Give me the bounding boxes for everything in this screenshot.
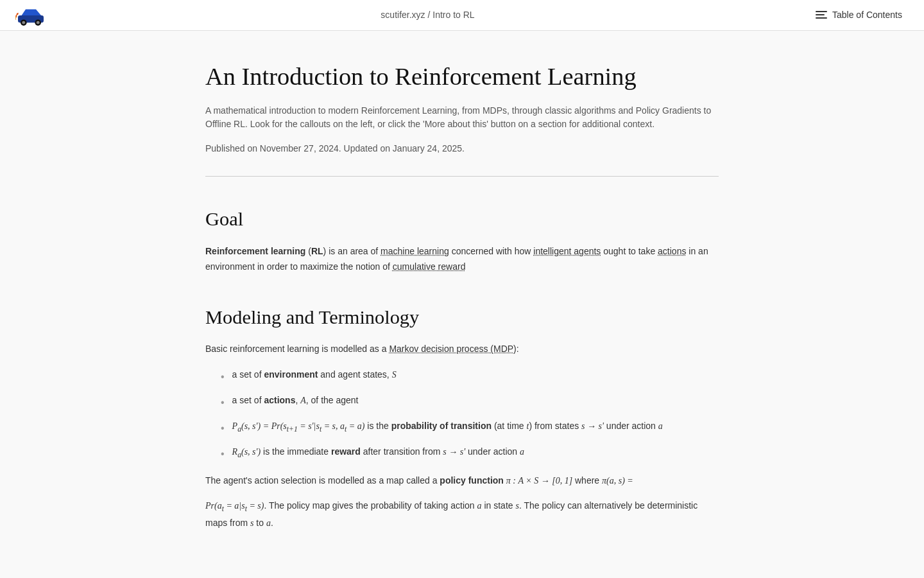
article-title: An Introduction to Reinforcement Learnin… xyxy=(205,62,719,91)
policy-paragraph-2: Pr(at = a|st = s). The policy map gives … xyxy=(205,498,719,530)
machine-learning-link[interactable]: machine learning xyxy=(381,246,449,256)
math-policy: π : A × S → [0, 1] xyxy=(506,476,572,486)
breadcrumb: scutifer.xyz / Intro to RL xyxy=(381,8,474,22)
rl-bold: Reinforcement learning xyxy=(205,246,305,256)
list-item-reward: Ra(s, s') is the immediate reward after … xyxy=(221,444,719,462)
list-item-states: a set of environment and agent states, S xyxy=(221,367,719,385)
logo[interactable] xyxy=(15,4,46,27)
toc-icon xyxy=(816,11,827,19)
article-main: An Introduction to Reinforcement Learnin… xyxy=(180,31,744,578)
article-subtitle: A mathematical introduction to modern Re… xyxy=(205,104,719,131)
math-policy-prob: Pr(at = a|st = s) xyxy=(205,501,264,511)
section-heading-goal: Goal xyxy=(205,207,719,231)
math-S: S xyxy=(392,370,397,380)
breadcrumb-site[interactable]: scutifer.xyz xyxy=(381,10,425,20)
list-item-transition: Pa(s, s') = Pr(st+1 = s'|st = s, at = a)… xyxy=(221,419,719,437)
math-A: A xyxy=(300,396,306,405)
toc-button[interactable]: Table of Contents xyxy=(809,4,909,26)
modeling-intro: Basic reinforcement learning is modelled… xyxy=(205,342,719,357)
mdp-link[interactable]: Markov decision process (MDP) xyxy=(389,344,516,354)
toc-label: Table of Contents xyxy=(832,8,902,22)
cumulative-reward-link[interactable]: cumulative reward xyxy=(393,261,466,272)
section-divider xyxy=(205,176,719,177)
rl-abbr: RL xyxy=(311,246,323,256)
svg-point-4 xyxy=(37,21,40,24)
intelligent-agents-link[interactable]: intelligent agents xyxy=(533,246,601,256)
goal-paragraph: Reinforcement learning (RL) is an area o… xyxy=(205,244,719,275)
math-Pa: Pa(s, s') = Pr(st+1 = s'|st = s, at = a) xyxy=(232,421,365,431)
breadcrumb-page: Intro to RL xyxy=(432,10,474,20)
math-policy-def: π(a, s) = xyxy=(602,476,633,486)
svg-point-2 xyxy=(22,21,25,24)
list-item-actions: a set of actions, A, of the agent xyxy=(221,393,719,411)
logo-icon xyxy=(15,4,46,27)
article-date: Published on November 27, 2024. Updated … xyxy=(205,141,719,155)
site-header: scutifer.xyz / Intro to RL Table of Cont… xyxy=(0,0,924,31)
actions-link[interactable]: actions xyxy=(658,246,686,256)
mdp-list: a set of environment and agent states, S… xyxy=(221,367,719,463)
math-Ra: Ra(s, s') xyxy=(232,447,261,457)
section-heading-modeling: Modeling and Terminology xyxy=(205,306,719,329)
policy-paragraph: The agent's action selection is modelled… xyxy=(205,473,719,489)
